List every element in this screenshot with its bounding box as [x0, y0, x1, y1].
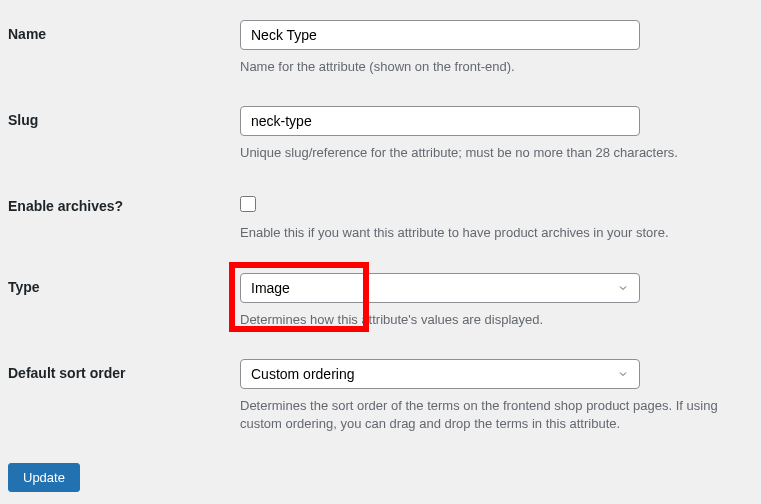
archives-label: Enable archives?	[8, 192, 240, 214]
name-label: Name	[8, 20, 240, 42]
archives-description: Enable this if you want this attribute t…	[240, 224, 753, 242]
update-button[interactable]: Update	[8, 463, 80, 492]
slug-description: Unique slug/reference for the attribute;…	[240, 144, 753, 162]
sort-label: Default sort order	[8, 359, 240, 381]
sort-description: Determines the sort order of the terms o…	[240, 397, 753, 433]
slug-label: Slug	[8, 106, 240, 128]
archives-checkbox[interactable]	[240, 196, 256, 212]
type-description: Determines how this attribute's values a…	[240, 311, 753, 329]
slug-input[interactable]	[240, 106, 640, 136]
name-input[interactable]	[240, 20, 640, 50]
sort-select[interactable]: Custom ordering	[240, 359, 640, 389]
type-label: Type	[8, 273, 240, 295]
type-select[interactable]: Image	[240, 273, 640, 303]
name-description: Name for the attribute (shown on the fro…	[240, 58, 753, 76]
